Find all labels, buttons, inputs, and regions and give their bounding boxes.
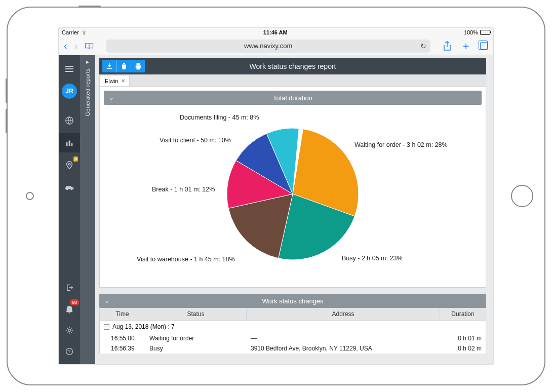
report-toolbar: Work status changes report	[99, 58, 486, 74]
report-title: Work status changes report	[99, 62, 486, 70]
reports-icon[interactable]	[59, 133, 80, 152]
chart-label: Visit to client - 50 m: 10%	[160, 137, 231, 144]
svg-point-4	[68, 163, 70, 165]
col-status: Status	[145, 308, 247, 320]
file-tab-label: Elwin	[105, 78, 118, 84]
main-column: Work status changes report Elwin ✕ ⌄ Tot…	[95, 55, 493, 364]
tabs-icon[interactable]	[480, 42, 488, 50]
status-changes-header[interactable]: ⌄ Work status changes	[99, 294, 486, 308]
pie-chart: Documents filing - 45 m: 8% Visit to cli…	[104, 105, 482, 283]
battery-icon	[480, 30, 490, 35]
table-group-row[interactable]: − Aug 13, 2018 (Mon) : 7	[99, 321, 486, 333]
status-changes-panel: ⌄ Work status changes Time Status Addres…	[99, 294, 486, 354]
battery-pct: 100%	[464, 29, 478, 35]
carrier-label: Carrier	[62, 29, 79, 35]
total-duration-panel: ⌄ Total duration Documents filing - 45 m…	[99, 87, 486, 288]
chart-label: Busy - 2 h 05 m: 23%	[342, 255, 403, 262]
back-icon[interactable]: ‹	[64, 40, 67, 52]
table-header: Time Status Address Duration	[99, 308, 486, 321]
col-duration: Duration	[440, 308, 486, 320]
svg-point-5	[68, 329, 71, 332]
tablet-frame: Carrier 11:46 AM 100% ‹ › www.navixy.com…	[7, 7, 545, 385]
address-bar-text: www.navixy.com	[244, 42, 292, 50]
forward-icon[interactable]: ›	[74, 40, 78, 52]
chart-label: Waiting for order - 3 h 02 m: 28%	[354, 141, 448, 148]
fleet-icon[interactable]	[59, 178, 80, 197]
col-address: Address	[247, 308, 440, 320]
col-time: Time	[100, 308, 145, 320]
help-icon[interactable]: ?	[59, 342, 80, 361]
generated-reports-label: Generated reports	[85, 68, 91, 116]
close-icon[interactable]: ✕	[121, 78, 125, 84]
new-tab-icon[interactable]: ＋	[461, 39, 471, 53]
settings-icon[interactable]	[59, 321, 80, 340]
wifi-icon	[81, 30, 87, 35]
globe-icon[interactable]	[59, 111, 80, 130]
total-duration-title: Total duration	[273, 94, 312, 102]
generated-reports-panel[interactable]: ▸ Generated reports	[80, 55, 95, 364]
app-body: JR β	[59, 55, 493, 364]
chevron-down-icon: ⌄	[109, 94, 114, 101]
menu-icon[interactable]	[59, 59, 80, 79]
device-screen: Carrier 11:46 AM 100% ‹ › www.navixy.com…	[58, 27, 494, 365]
total-duration-header[interactable]: ⌄ Total duration	[104, 91, 482, 105]
bookmarks-icon[interactable]	[85, 43, 94, 50]
notifications-icon[interactable]: 68	[59, 299, 80, 319]
chart-label: Documents filing - 45 m: 8%	[180, 114, 259, 121]
chart-label: Visit to warehouse - 1 h 45 m: 18%	[137, 256, 235, 263]
file-tab-elwin[interactable]: Elwin ✕	[99, 75, 130, 86]
address-bar[interactable]: www.navixy.com ↻	[106, 40, 430, 53]
app-sidebar: JR β	[59, 55, 80, 364]
browser-toolbar: ‹ › www.navixy.com ↻ ＋	[59, 37, 493, 55]
table-row: 16:56:39 Busy 3910 Bedford Ave, Brooklyn…	[99, 343, 486, 354]
svg-rect-3	[71, 143, 73, 146]
table-row: 16:55:00 Waiting for order — 0 h 01 m	[99, 333, 486, 343]
tag-icon[interactable]: β	[59, 155, 80, 175]
svg-rect-1	[66, 142, 68, 146]
svg-rect-2	[69, 141, 70, 146]
chart-label: Break - 1 h 01 m: 12%	[152, 186, 215, 193]
chevron-right-icon: ▸	[86, 58, 89, 65]
reload-icon[interactable]: ↻	[420, 42, 426, 50]
logout-icon[interactable]	[59, 278, 80, 297]
clock-label: 11:46 AM	[263, 29, 288, 35]
svg-text:?: ?	[68, 349, 71, 354]
user-avatar[interactable]: JR	[59, 82, 80, 101]
file-tabs: Elwin ✕	[99, 74, 486, 87]
status-changes-title: Work status changes	[262, 297, 323, 305]
group-label: Aug 13, 2018 (Mon) : 7	[112, 323, 175, 330]
collapse-icon[interactable]: −	[104, 324, 109, 330]
ios-statusbar: Carrier 11:46 AM 100%	[59, 28, 493, 37]
chevron-down-icon: ⌄	[104, 297, 109, 304]
share-icon[interactable]	[443, 41, 452, 51]
